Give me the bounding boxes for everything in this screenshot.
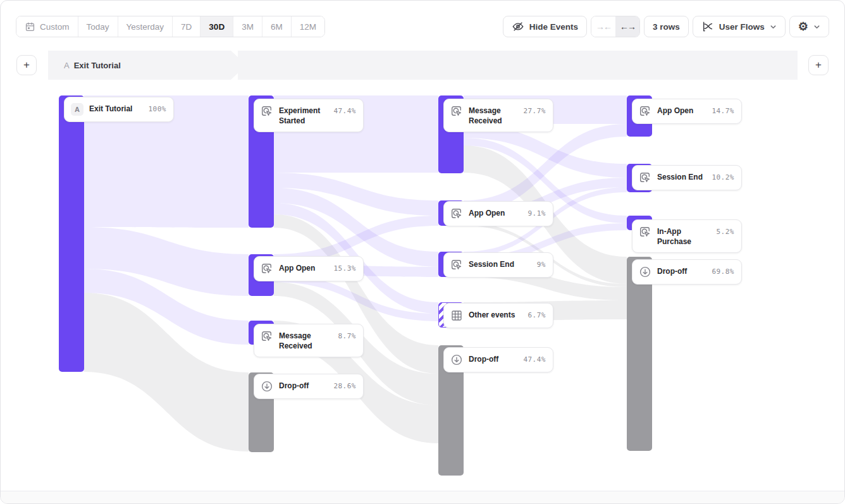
node-label: Drop-off: [279, 380, 328, 391]
step-letter-badge: A: [71, 103, 83, 116]
event-click-icon: [450, 105, 463, 118]
flow-step-header: + A Exit Tutorial +: [1, 51, 844, 80]
event-click-icon: [639, 171, 651, 184]
node-card-drop-off-3[interactable]: Drop-off47.4%: [443, 347, 553, 372]
chevron-down-icon: [770, 23, 777, 30]
node-bar-exit-tutorial[interactable]: [59, 95, 84, 372]
grid-icon: [450, 309, 463, 322]
node-card-session-end-3[interactable]: Session End9%: [443, 252, 553, 278]
drop-off-icon: [450, 353, 463, 366]
expand-columns-button[interactable]: ←→: [615, 16, 639, 37]
date-range-label: 6M: [271, 22, 283, 32]
date-range-3m[interactable]: 3M: [233, 16, 262, 37]
plus-icon: +: [815, 59, 822, 71]
date-range-label: Yesterday: [126, 22, 164, 32]
event-click-icon: [261, 262, 273, 275]
event-click-icon: [261, 105, 273, 118]
event-click-icon: [450, 259, 463, 271]
node-card-message-received-3[interactable]: Message Received27.7%: [443, 99, 553, 132]
node-card-app-open-3[interactable]: App Open9.1%: [443, 201, 553, 226]
node-card-app-open-2[interactable]: App Open15.3%: [254, 256, 364, 281]
event-click-icon: [639, 105, 651, 118]
toolbar-right: Hide Events →← ←→ 3 rows: [503, 16, 829, 37]
date-range-custom[interactable]: Custom: [16, 16, 78, 37]
node-card-drop-off-2[interactable]: Drop-off28.6%: [254, 374, 364, 399]
toolbar: CustomTodayYesterday7D30D3M6M12M Hide Ev…: [16, 16, 829, 37]
node-percentage: 69.8%: [712, 266, 734, 276]
node-card-experiment-started[interactable]: Experiment Started47.4%: [254, 99, 364, 132]
date-range-label: 12M: [300, 22, 316, 32]
date-range-label: 3M: [242, 22, 254, 32]
node-label: Session End: [657, 171, 706, 183]
step-label[interactable]: A Exit Tutorial: [64, 51, 121, 80]
gear-icon: ⚙: [798, 21, 808, 32]
drop-off-icon: [261, 380, 273, 393]
node-label: Drop-off: [657, 266, 706, 277]
node-label: Session End: [469, 259, 531, 270]
node-label: App Open: [279, 262, 328, 274]
node-label: Other events: [469, 309, 522, 321]
node-percentage: 9.1%: [528, 207, 546, 218]
event-click-icon: [639, 226, 651, 238]
collapse-icon: →←: [596, 22, 611, 32]
step-prefix: A: [64, 61, 70, 70]
event-click-icon: [261, 330, 273, 343]
add-step-right-button[interactable]: +: [808, 55, 829, 75]
node-percentage: 5.2%: [717, 226, 735, 236]
hide-events-button[interactable]: Hide Events: [503, 16, 587, 37]
node-label: Experiment Started: [279, 105, 328, 126]
node-percentage: 9%: [537, 259, 546, 269]
node-label: Message Received: [279, 330, 333, 351]
step-title: Exit Tutorial: [74, 61, 121, 70]
node-percentage: 28.6%: [333, 380, 356, 390]
rows-label: 3 rows: [653, 22, 680, 32]
date-range-label: Custom: [40, 22, 70, 32]
view-selector-button[interactable]: User Flows: [693, 16, 786, 37]
settings-button[interactable]: ⚙: [789, 16, 829, 37]
date-range-12m[interactable]: 12M: [291, 16, 324, 37]
date-range-label: 30D: [209, 22, 225, 32]
chevron-down-icon: [813, 23, 820, 30]
date-range-today[interactable]: Today: [78, 16, 118, 37]
rows-button[interactable]: 3 rows: [644, 16, 689, 37]
date-range-yesterday[interactable]: Yesterday: [118, 16, 173, 37]
node-percentage: 14.7%: [712, 105, 734, 115]
step-band: A Exit Tutorial: [48, 51, 798, 80]
node-card-exit-tutorial[interactable]: AExit Tutorial100%: [64, 97, 174, 122]
node-card-other-events-3[interactable]: Other events6.7%: [443, 303, 553, 328]
user-flows-app: CustomTodayYesterday7D30D3M6M12M Hide Ev…: [0, 0, 845, 504]
date-range-30d[interactable]: 30D: [200, 16, 233, 37]
node-percentage: 6.7%: [528, 309, 546, 319]
node-percentage: 15.3%: [333, 262, 356, 273]
date-range-label: Today: [87, 22, 109, 32]
node-bar-drop-off-4[interactable]: [627, 257, 652, 451]
node-label: Drop-off: [469, 353, 517, 365]
node-label: Message Received: [469, 105, 517, 126]
plus-icon: +: [23, 59, 30, 71]
user-flows-chart-icon: [701, 20, 714, 33]
date-range-label: 7D: [181, 22, 192, 32]
date-range-7d[interactable]: 7D: [172, 16, 200, 37]
node-percentage: 8.7%: [338, 330, 357, 340]
node-label: App Open: [469, 207, 522, 219]
node-percentage: 10.2%: [712, 171, 734, 181]
node-percentage: 47.4%: [523, 353, 546, 364]
node-label: Exit Tutorial: [89, 103, 143, 114]
add-step-left-button[interactable]: +: [16, 55, 37, 75]
eye-slash-icon: [512, 20, 524, 33]
node-card-drop-off-4[interactable]: Drop-off69.8%: [632, 259, 742, 285]
node-label: App Open: [657, 105, 706, 116]
drop-off-icon: [639, 266, 651, 278]
node-card-app-open-4[interactable]: App Open14.7%: [632, 99, 742, 124]
date-range-6m[interactable]: 6M: [262, 16, 291, 37]
hide-events-label: Hide Events: [529, 22, 578, 32]
node-card-message-received-2[interactable]: Message Received8.7%: [254, 324, 364, 357]
toolbar-left: CustomTodayYesterday7D30D3M6M12M: [16, 16, 325, 37]
node-card-in-app-purchase-4[interactable]: In-App Purchase5.2%: [632, 219, 742, 253]
view-selector-label: User Flows: [719, 22, 765, 32]
spacing-toggle-group: →← ←→: [591, 16, 640, 37]
node-card-session-end-4[interactable]: Session End10.2%: [632, 165, 742, 190]
event-click-icon: [450, 207, 463, 220]
footer-strip: [1, 491, 844, 503]
collapse-columns-button[interactable]: →←: [591, 16, 615, 37]
